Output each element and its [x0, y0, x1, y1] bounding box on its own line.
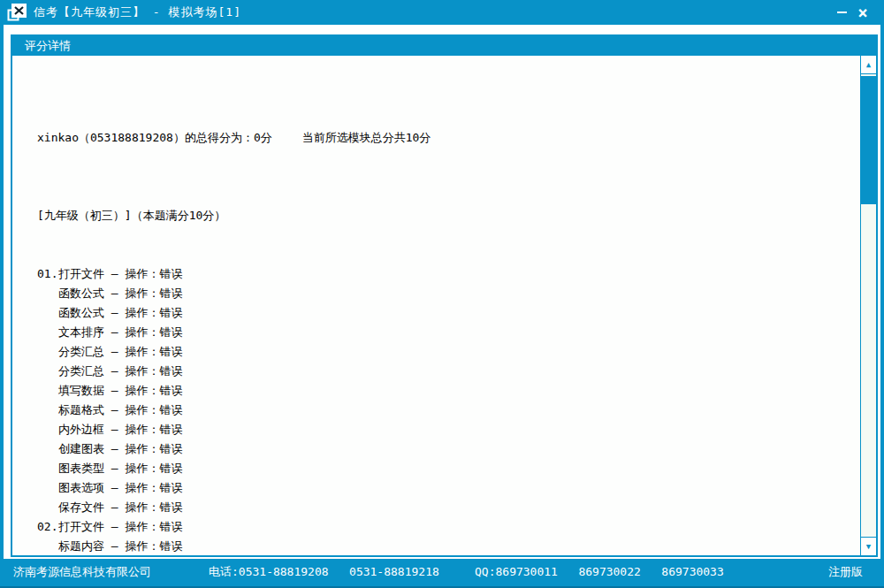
report-line-number	[37, 401, 58, 420]
total-score-text: xinkao（053188819208）的总得分为：0分	[37, 131, 272, 144]
report-line-text: 创建图表 — 操作：错误	[58, 439, 182, 459]
scrollbar[interactable]: ▲ ▼	[860, 56, 876, 555]
report-line-number	[37, 439, 58, 459]
report-rows: 01.打开文件 — 操作：错误函数公式 — 操作：错误函数公式 — 操作：错误文…	[37, 264, 855, 555]
window-title: 信考【九年级初三】 - 模拟考场[1]	[34, 4, 241, 20]
report-line: 创建图表 — 操作：错误	[37, 439, 855, 459]
report-line-number	[37, 362, 58, 381]
report-line-number	[37, 323, 58, 342]
report-line: 保存文件 — 操作：错误	[37, 498, 855, 517]
report-line-text: 函数公式 — 操作：错误	[58, 303, 182, 323]
report-line: 内外边框 — 操作：错误	[37, 420, 855, 439]
report-line-text: 打开文件 — 操作：错误	[58, 517, 182, 537]
edition-label: 注册版	[828, 559, 863, 585]
report-line: 函数公式 — 操作：错误	[37, 284, 855, 303]
app-icon	[7, 4, 27, 21]
report-text: xinkao（053188819208）的总得分为：0分当前所选模块总分共10分…	[12, 56, 860, 555]
report-line: 函数公式 — 操作：错误	[37, 303, 855, 323]
report-line-number	[37, 537, 58, 555]
report-line: 标题格式 — 操作：错误	[37, 401, 855, 420]
scroll-down-button[interactable]: ▼	[861, 537, 876, 555]
report-line-text: 打开文件 — 操作：错误	[58, 264, 182, 284]
report-line: 02.打开文件 — 操作：错误	[37, 517, 855, 537]
report-line: 标题内容 — 操作：错误	[37, 537, 855, 555]
report-line-number	[37, 498, 58, 517]
section-title: [九年级（初三）]（本题满分10分）	[37, 206, 855, 225]
report-line-text: 函数公式 — 操作：错误	[58, 284, 182, 303]
company-name: 济南考源信息科技有限公司	[13, 559, 151, 585]
report-line-number	[37, 342, 58, 362]
report-line-number	[37, 381, 58, 401]
report-line-number	[37, 459, 58, 478]
close-icon: ×	[857, 4, 867, 21]
minimize-button[interactable]	[831, 2, 852, 23]
report-line-text: 图表选项 — 操作：错误	[58, 478, 182, 498]
report-line: 分类汇总 — 操作：错误	[37, 342, 855, 362]
scroll-up-button[interactable]: ▲	[861, 56, 876, 74]
report-line-text: 文本排序 — 操作：错误	[58, 323, 182, 342]
score-panel: 评分详情 xinkao（053188819208）的总得分为：0分当前所选模块总…	[11, 34, 878, 557]
report-line-text: 分类汇总 — 操作：错误	[58, 342, 182, 362]
report-line-number	[37, 478, 58, 498]
report-line: 01.打开文件 — 操作：错误	[37, 264, 855, 284]
phone-numbers: 电话:0531-88819208 0531-88819218	[209, 559, 439, 585]
report-line: 分类汇总 — 操作：错误	[37, 362, 855, 381]
titlebar: 信考【九年级初三】 - 模拟考场[1] ×	[0, 0, 884, 25]
panel-header: 评分详情	[12, 36, 876, 56]
summary-line: xinkao（053188819208）的总得分为：0分当前所选模块总分共10分	[37, 128, 855, 148]
report-line-text: 图表类型 — 操作：错误	[58, 459, 182, 478]
report-line-text: 内外边框 — 操作：错误	[58, 420, 182, 439]
report-line-text: 保存文件 — 操作：错误	[58, 498, 182, 517]
report-line: 文本排序 — 操作：错误	[37, 323, 855, 342]
report-line-text: 填写数据 — 操作：错误	[58, 381, 182, 401]
scroll-down-icon: ▼	[866, 542, 871, 551]
report-line-text: 分类汇总 — 操作：错误	[58, 362, 182, 381]
module-total-text: 当前所选模块总分共10分	[302, 131, 431, 144]
report-line: 图表类型 — 操作：错误	[37, 459, 855, 478]
report-line-number: 01.	[37, 264, 58, 284]
report-line-text: 标题内容 — 操作：错误	[58, 537, 182, 555]
close-button[interactable]: ×	[852, 2, 873, 23]
qq-numbers: QQ:869730011 869730022 869730033	[475, 559, 724, 585]
minimize-icon	[837, 11, 847, 13]
window-border-right	[880, 25, 884, 559]
report-line-number: 02.	[37, 517, 58, 537]
report-line-number	[37, 284, 58, 303]
report-line-text: 标题格式 — 操作：错误	[58, 401, 182, 420]
panel-body: xinkao（053188819208）的总得分为：0分当前所选模块总分共10分…	[12, 56, 876, 555]
report-line: 填写数据 — 操作：错误	[37, 381, 855, 401]
report-line-number	[37, 420, 58, 439]
report-line-number	[37, 303, 58, 323]
report-line: 图表选项 — 操作：错误	[37, 478, 855, 498]
scrollbar-thumb[interactable]	[861, 76, 876, 204]
scroll-up-icon: ▲	[866, 60, 871, 69]
window-border-left	[0, 25, 4, 559]
statusbar: 济南考源信息科技有限公司 电话:0531-88819208 0531-88819…	[0, 559, 884, 588]
